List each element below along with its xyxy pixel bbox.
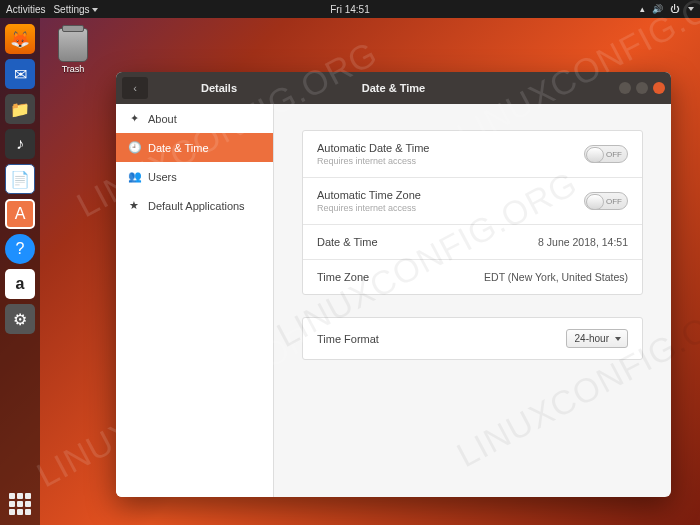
row-label: Automatic Date & Time xyxy=(317,142,430,154)
sidebar-item-label: About xyxy=(148,113,177,125)
row-sublabel: Requires internet access xyxy=(317,203,421,213)
dock-app-files[interactable]: 📁 xyxy=(5,94,35,124)
row-time-format: Time Format 24-hour xyxy=(303,318,642,359)
maximize-button[interactable] xyxy=(636,82,648,94)
row-time-zone[interactable]: Time Zone EDT (New York, United States) xyxy=(303,260,642,294)
trash-icon xyxy=(58,28,88,62)
date-time-panel: Automatic Date & Time Requires internet … xyxy=(302,130,643,295)
row-label: Time Format xyxy=(317,333,379,345)
dock-app-amazon[interactable]: a xyxy=(5,269,35,299)
sidebar-item-default-apps[interactable]: ★Default Applications xyxy=(116,191,273,220)
chevron-left-icon: ‹ xyxy=(133,82,137,94)
dock-app-help[interactable]: ? xyxy=(5,234,35,264)
desktop-icon-label: Trash xyxy=(58,64,88,74)
settings-sidebar: ✦About 🕘Date & Time 👥Users ★Default Appl… xyxy=(116,104,274,497)
app-menu[interactable]: Settings xyxy=(53,4,97,15)
dock-app-writer[interactable]: 📄 xyxy=(5,164,35,194)
star-icon: ★ xyxy=(128,199,140,212)
row-date-time[interactable]: Date & Time 8 June 2018, 14:51 xyxy=(303,225,642,260)
volume-icon: 🔊 xyxy=(652,4,664,14)
system-status-area[interactable]: ▴ 🔊 ⏻ xyxy=(640,4,694,14)
chevron-down-icon xyxy=(92,8,98,12)
desktop-icon-trash[interactable]: Trash xyxy=(58,28,88,74)
dock-app-settings[interactable]: ⚙ xyxy=(5,304,35,334)
date-time-value: 8 June 2018, 14:51 xyxy=(538,236,628,248)
dock-app-software[interactable]: A xyxy=(5,199,35,229)
minimize-button[interactable] xyxy=(619,82,631,94)
window-header: ‹ Details Date & Time xyxy=(116,72,671,104)
sidebar-item-label: Default Applications xyxy=(148,200,245,212)
settings-window: ‹ Details Date & Time ✦About 🕘Date & Tim… xyxy=(116,72,671,497)
row-automatic-date-time[interactable]: Automatic Date & Time Requires internet … xyxy=(303,131,642,178)
dock: 🦊 ✉ 📁 ♪ 📄 A ? a ⚙ xyxy=(0,18,40,525)
header-title: Date & Time xyxy=(362,82,425,94)
users-icon: 👥 xyxy=(128,170,140,183)
row-label: Automatic Time Zone xyxy=(317,189,421,201)
about-icon: ✦ xyxy=(128,112,140,125)
clock[interactable]: Fri 14:51 xyxy=(330,4,369,15)
network-icon: ▴ xyxy=(640,4,646,14)
time-format-dropdown[interactable]: 24-hour xyxy=(566,329,628,348)
time-format-panel: Time Format 24-hour xyxy=(302,317,643,360)
row-sublabel: Requires internet access xyxy=(317,156,430,166)
time-zone-value: EDT (New York, United States) xyxy=(484,271,628,283)
header-section-title: Details xyxy=(154,82,284,94)
close-button[interactable] xyxy=(653,82,665,94)
power-icon: ⏻ xyxy=(670,4,680,14)
row-label: Time Zone xyxy=(317,271,369,283)
row-automatic-time-zone[interactable]: Automatic Time Zone Requires internet ac… xyxy=(303,178,642,225)
show-applications-button[interactable] xyxy=(5,489,35,519)
activities-button[interactable]: Activities xyxy=(6,4,45,15)
chevron-down-icon xyxy=(688,7,694,11)
automatic-date-time-toggle[interactable]: OFF xyxy=(584,145,628,163)
row-label: Date & Time xyxy=(317,236,378,248)
sidebar-item-date-time[interactable]: 🕘Date & Time xyxy=(116,133,273,162)
dock-app-thunderbird[interactable]: ✉ xyxy=(5,59,35,89)
top-panel: Activities Settings Fri 14:51 ▴ 🔊 ⏻ xyxy=(0,0,700,18)
sidebar-item-about[interactable]: ✦About xyxy=(116,104,273,133)
sidebar-item-users[interactable]: 👥Users xyxy=(116,162,273,191)
dock-app-firefox[interactable]: 🦊 xyxy=(5,24,35,54)
dock-app-rhythmbox[interactable]: ♪ xyxy=(5,129,35,159)
automatic-time-zone-toggle[interactable]: OFF xyxy=(584,192,628,210)
clock-icon: 🕘 xyxy=(128,141,140,154)
sidebar-item-label: Date & Time xyxy=(148,142,209,154)
sidebar-item-label: Users xyxy=(148,171,177,183)
settings-content: Automatic Date & Time Requires internet … xyxy=(274,104,671,497)
back-button[interactable]: ‹ xyxy=(122,77,148,99)
